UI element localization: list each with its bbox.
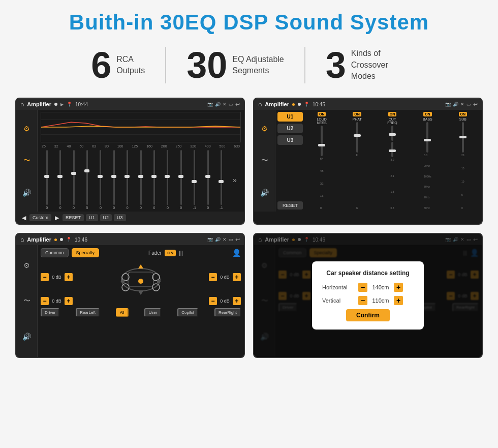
eq-u3-btn[interactable]: U3	[114, 214, 126, 221]
fader-minus-4[interactable]: −	[209, 297, 217, 305]
fader-db-left-bottom: − 0 dB +	[41, 297, 73, 305]
fader-user-btn[interactable]: User	[144, 308, 161, 317]
eq-custom-btn[interactable]: Custom	[29, 214, 51, 221]
eq-prev-icon[interactable]: ◀	[20, 215, 27, 221]
xo-reset-btn[interactable]: RESET	[277, 201, 303, 210]
screen1-title: Amplifier	[27, 101, 51, 107]
eq-slider-9[interactable]: 0	[148, 150, 160, 210]
fader-minus-3[interactable]: −	[41, 297, 49, 305]
crossover-content: ⚙ 〜 🔊 U1 U2 U3 RESET ON LOUDNESS	[254, 110, 482, 212]
eq-slider-3[interactable]: 0	[68, 150, 80, 210]
fader-rearleft-btn[interactable]: RearLeft	[76, 308, 100, 317]
fader-wave-icon[interactable]: 〜	[23, 296, 30, 306]
xo-on-5: ON	[459, 112, 468, 116]
eq-slider-1[interactable]: 0	[41, 150, 53, 210]
fader-db-val-4: 0 dB	[219, 298, 231, 304]
back-icon2[interactable]: ↩	[473, 101, 478, 108]
xo-u1-btn[interactable]: U1	[277, 112, 303, 122]
fader-speaker-icon[interactable]: 🔊	[22, 333, 31, 341]
xo-filter-icon[interactable]: ⚙	[261, 125, 268, 133]
dialog-confirm-btn[interactable]: Confirm	[346, 309, 390, 321]
xo-slider-bass[interactable]	[426, 122, 428, 153]
screen3-topbar: ⌂ Amplifier 📍 10:46 📷 🔊 ✕ ▭ ↩	[16, 234, 244, 245]
dialog-h-minus[interactable]: −	[358, 283, 367, 292]
eq-speaker-icon[interactable]: 🔊	[22, 189, 31, 197]
fader-minus-2[interactable]: −	[209, 273, 217, 281]
screen3-time: 10:46	[75, 237, 87, 243]
fader-person-icon: 👤	[232, 249, 241, 257]
eq-slider-11[interactable]: 0	[175, 150, 187, 210]
fader-plus-1[interactable]: +	[65, 273, 73, 281]
fader-rearright-btn[interactable]: RearRight	[214, 308, 241, 317]
home-icon[interactable]: ⌂	[20, 101, 24, 108]
eq-slider-2[interactable]: 0	[54, 150, 66, 210]
eq-slider-14[interactable]: -1	[215, 150, 227, 210]
rect-icon2: ▭	[466, 102, 471, 107]
xo-slider-phat[interactable]	[356, 122, 358, 153]
fader-on-badge: ON	[165, 250, 176, 256]
camera-icon3: 📷	[207, 237, 213, 242]
eq-reset-btn[interactable]: RESET	[63, 214, 84, 221]
stat-number-6: 6	[91, 47, 111, 83]
eq-slider-8[interactable]: 0	[135, 150, 147, 210]
eq-slider-7[interactable]: 0	[121, 150, 133, 210]
xo-u2-btn[interactable]: U2	[277, 124, 303, 133]
fader-all-btn[interactable]: All	[116, 308, 129, 317]
fader-plus-2[interactable]: +	[233, 273, 241, 281]
xo-slider-cut1[interactable]	[391, 126, 393, 141]
eq-slider-10[interactable]: 0	[162, 150, 174, 210]
screen2-topbar: ⌂ Amplifier 📍 10:45 📷 🔊 ✕ ▭ ↩	[254, 99, 482, 110]
fader-driver-btn[interactable]: Driver	[41, 308, 59, 317]
eq-wave-icon[interactable]: 〜	[23, 156, 30, 165]
fader-filter-icon[interactable]: ⚙	[23, 261, 30, 270]
dialog-overlay: Car speaker distance setting Horizontal …	[254, 234, 482, 357]
eq-filter-icon[interactable]: ⚙	[23, 125, 30, 133]
eq-more-icon[interactable]: »	[229, 150, 241, 210]
fader-minus-1[interactable]: −	[41, 273, 49, 281]
xo-left-panel: U1 U2 U3 RESET	[277, 112, 303, 210]
xo-speaker-icon[interactable]: 🔊	[260, 189, 269, 197]
xo-slider-sub[interactable]	[462, 122, 464, 153]
svg-marker-10	[138, 264, 143, 268]
xo-u3-btn[interactable]: U3	[277, 135, 303, 145]
home-icon2[interactable]: ⌂	[258, 101, 262, 108]
xo-slider-loudness[interactable]	[321, 126, 323, 156]
eq-slider-12[interactable]: -1	[188, 150, 200, 210]
fader-copilot-btn[interactable]: Copilot	[177, 308, 198, 317]
camera-icon1: 📷	[207, 102, 213, 107]
dialog-v-plus[interactable]: +	[394, 296, 403, 305]
eq-content: ⚙ 〜 🔊	[16, 110, 244, 212]
xo-wave-icon[interactable]: 〜	[261, 156, 268, 165]
play-icon[interactable]: ▶	[60, 102, 64, 107]
fader-bars: |||	[179, 250, 183, 256]
stat-item-rca: 6 RCAOutputs	[71, 47, 166, 83]
fader-common-tab[interactable]: Common	[41, 248, 69, 257]
fader-tabs: Common Specialty Fader ON ||| 👤	[41, 248, 241, 257]
eq-u1-btn[interactable]: U1	[86, 214, 98, 221]
eq-next-icon[interactable]: ▶	[53, 215, 60, 221]
eq-slider-4[interactable]: 5	[81, 150, 93, 210]
dialog-v-minus[interactable]: −	[358, 296, 367, 305]
back-icon1[interactable]: ↩	[235, 101, 240, 108]
screen1-topbar: ⌂ Amplifier ▶ 📍 10:44 📷 🔊 ✕ ▭ ↩	[16, 99, 244, 110]
eq-main-area: 253240506380 100125160200250320 40050063…	[38, 110, 244, 212]
fader-plus-3[interactable]: +	[65, 297, 73, 305]
volume-icon2: 🔊	[453, 102, 458, 107]
xo-on-4: ON	[423, 112, 432, 116]
dialog-v-val: 110cm	[370, 297, 391, 304]
eq-slider-13[interactable]: 0	[202, 150, 214, 210]
eq-slider-6[interactable]: 0	[108, 150, 120, 210]
eq-u2-btn[interactable]: U2	[100, 214, 112, 221]
fader-plus-4[interactable]: +	[233, 297, 241, 305]
screen-crossover: ⌂ Amplifier 📍 10:45 📷 🔊 ✕ ▭ ↩ ⚙ 〜 🔊	[253, 98, 483, 225]
eq-slider-5[interactable]: 0	[95, 150, 107, 210]
xo-main: U1 U2 U3 RESET ON LOUDNESS 644832160	[275, 110, 482, 212]
loc-icon1: 📍	[67, 102, 72, 107]
dialog-h-plus[interactable]: +	[394, 283, 403, 292]
fader-specialty-tab[interactable]: Specialty	[72, 248, 100, 257]
back-icon3[interactable]: ↩	[235, 236, 240, 243]
xo-slider-cut2[interactable]	[391, 142, 393, 157]
screen-fader: ⌂ Amplifier 📍 10:46 📷 🔊 ✕ ▭ ↩ ⚙ 〜 🔊	[15, 233, 245, 358]
home-icon3[interactable]: ⌂	[20, 236, 24, 243]
eq-sliders: 0 0 0 5 0	[41, 150, 241, 210]
